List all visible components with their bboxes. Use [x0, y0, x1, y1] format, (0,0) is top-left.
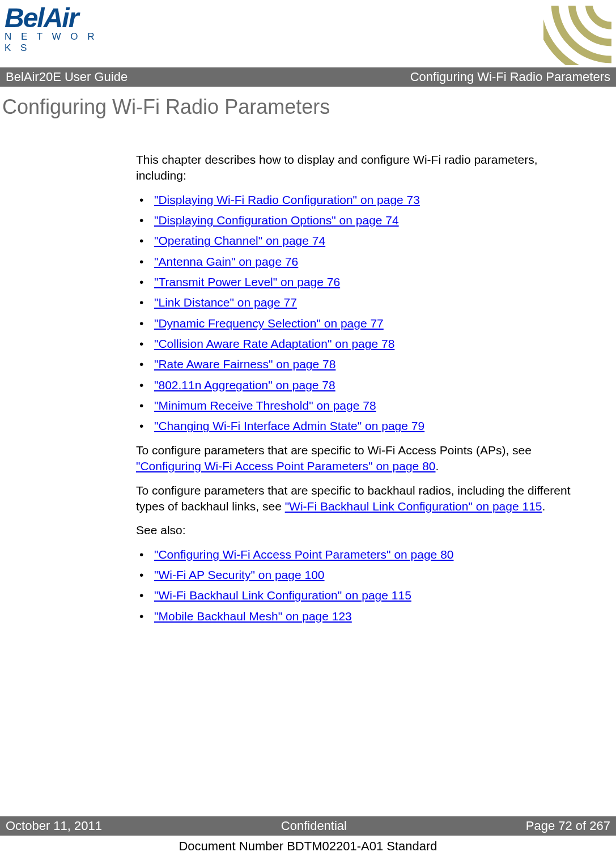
svg-point-0: [589, 6, 611, 25]
backhaul-paragraph: To configure parameters that are specifi…: [136, 483, 582, 515]
cross-ref-link[interactable]: "Configuring Wi-Fi Access Point Paramete…: [154, 548, 454, 561]
intro-text: This chapter describes how to display an…: [136, 152, 582, 184]
cross-ref-link[interactable]: "Collision Aware Rate Adaptation" on pag…: [154, 337, 394, 350]
title-bar: BelAir20E User Guide Configuring Wi-Fi R…: [0, 67, 616, 87]
cross-ref-link[interactable]: "802.11n Aggregation" on page 78: [154, 378, 335, 391]
ap-pre: To configure parameters that are specifi…: [136, 444, 532, 457]
list-item: "Displaying Wi-Fi Radio Configuration" o…: [136, 192, 582, 208]
list-item: "Displaying Configuration Options" on pa…: [136, 212, 582, 228]
backhaul-post: .: [542, 500, 545, 513]
list-item: "Operating Channel" on page 74: [136, 233, 582, 249]
footer-page: Page 72 of 267: [526, 819, 610, 833]
cross-ref-link[interactable]: "Link Distance" on page 77: [154, 296, 297, 309]
belair-logo: BelAir N E T W O R K S: [5, 6, 107, 62]
cross-ref-link[interactable]: "Transmit Power Level" on page 76: [154, 275, 340, 288]
cross-ref-link[interactable]: "Minimum Receive Threshold" on page 78: [154, 399, 376, 412]
cross-ref-link[interactable]: "Rate Aware Fairness" on page 78: [154, 357, 335, 370]
list-item: "Mobile Backhaul Mesh" on page 123: [136, 608, 582, 624]
footer-bar: October 11, 2011 Confidential Page 72 of…: [0, 816, 616, 836]
list-item: "Collision Aware Rate Adaptation" on pag…: [136, 336, 582, 352]
ap-paragraph: To configure parameters that are specifi…: [136, 442, 582, 475]
list-item: "Antenna Gain" on page 76: [136, 254, 582, 270]
see-also-list: "Configuring Wi-Fi Access Point Paramete…: [136, 547, 582, 624]
list-item: "Rate Aware Fairness" on page 78: [136, 356, 582, 372]
list-item: "Minimum Receive Threshold" on page 78: [136, 398, 582, 414]
cross-ref-link[interactable]: "Dynamic Frequency Selection" on page 77: [154, 317, 384, 330]
main-link-list: "Displaying Wi-Fi Radio Configuration" o…: [136, 192, 582, 435]
cross-ref-link[interactable]: "Displaying Wi-Fi Radio Configuration" o…: [154, 193, 420, 206]
logo-sub: N E T W O R K S: [5, 31, 107, 54]
cross-ref-link[interactable]: "Wi-Fi Backhaul Link Configuration" on p…: [154, 589, 411, 602]
see-also-label: See also:: [136, 522, 582, 538]
list-item: "Dynamic Frequency Selection" on page 77: [136, 316, 582, 331]
list-item: "Configuring Wi-Fi Access Point Paramete…: [136, 547, 582, 563]
footer-date: October 11, 2011: [6, 819, 102, 833]
titlebar-right: Configuring Wi-Fi Radio Parameters: [410, 70, 610, 84]
ap-post: .: [436, 459, 439, 472]
cross-ref-link[interactable]: "Mobile Backhaul Mesh" on page 123: [154, 610, 352, 623]
cross-ref-link[interactable]: "Changing Wi-Fi Interface Admin State" o…: [154, 419, 424, 432]
cross-ref-link[interactable]: "Displaying Configuration Options" on pa…: [154, 214, 399, 227]
titlebar-left: BelAir20E User Guide: [6, 70, 128, 84]
cross-ref-link[interactable]: "Antenna Gain" on page 76: [154, 255, 298, 268]
list-item: "802.11n Aggregation" on page 78: [136, 377, 582, 393]
content-area: This chapter describes how to display an…: [0, 119, 616, 624]
list-item: "Transmit Power Level" on page 76: [136, 274, 582, 290]
list-item: "Wi-Fi AP Security" on page 100: [136, 567, 582, 583]
arcs-icon: [543, 6, 611, 65]
cross-ref-link[interactable]: "Wi-Fi Backhaul Link Configuration" on p…: [285, 500, 542, 513]
cross-ref-link[interactable]: "Configuring Wi-Fi Access Point Paramete…: [136, 459, 436, 472]
cross-ref-link[interactable]: "Wi-Fi AP Security" on page 100: [154, 568, 325, 581]
chapter-title: Configuring Wi-Fi Radio Parameters: [0, 87, 616, 119]
list-item: "Wi-Fi Backhaul Link Configuration" on p…: [136, 587, 582, 603]
list-item: "Changing Wi-Fi Interface Admin State" o…: [136, 418, 582, 434]
list-item: "Link Distance" on page 77: [136, 295, 582, 310]
logo-name: BelAir: [5, 6, 107, 30]
footer-confidential: Confidential: [281, 819, 347, 833]
document-number: Document Number BDTM02201-A01 Standard: [0, 839, 616, 854]
cross-ref-link[interactable]: "Operating Channel" on page 74: [154, 234, 325, 247]
